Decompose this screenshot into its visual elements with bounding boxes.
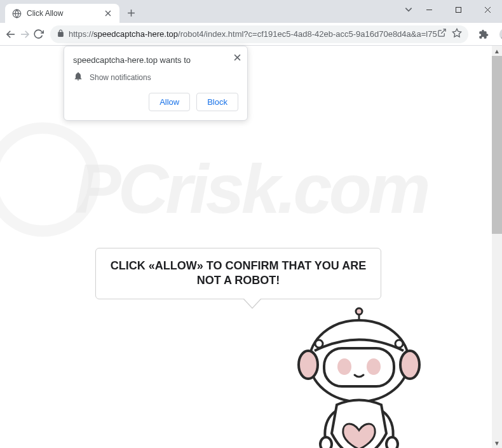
bookmark-star-icon[interactable] bbox=[452, 28, 462, 41]
share-icon[interactable] bbox=[437, 28, 447, 41]
window-controls bbox=[414, 0, 502, 19]
back-button[interactable] bbox=[5, 25, 17, 43]
svg-marker-13 bbox=[452, 29, 461, 37]
svg-line-12 bbox=[441, 29, 445, 33]
scroll-up-icon[interactable]: ▲ bbox=[492, 46, 502, 56]
forward-button[interactable] bbox=[19, 25, 31, 43]
scroll-down-icon[interactable]: ▼ bbox=[492, 438, 502, 448]
toolbar: https://speedcaptcha-here.top/robot4/ind… bbox=[0, 23, 502, 46]
svg-point-25 bbox=[395, 340, 403, 348]
svg-point-24 bbox=[315, 340, 323, 348]
url-path: /robot4/index.html?c=cf191ec5-4ad8-42eb-… bbox=[178, 29, 437, 39]
tab-close-icon[interactable] bbox=[103, 8, 113, 18]
svg-point-20 bbox=[356, 308, 362, 315]
close-window-button[interactable] bbox=[473, 0, 502, 19]
browser-tab[interactable]: Click Allow bbox=[5, 4, 119, 23]
extensions-icon[interactable] bbox=[475, 25, 492, 43]
notification-permission-dialog: speedcaptcha-here.top wants to Show noti… bbox=[64, 46, 248, 121]
bell-icon bbox=[73, 71, 83, 84]
svg-point-28 bbox=[367, 358, 381, 375]
dialog-title: speedcaptcha-here.top wants to bbox=[73, 55, 238, 65]
url-scheme: https:// bbox=[69, 29, 93, 39]
allow-button[interactable]: Allow bbox=[149, 93, 190, 111]
lock-icon bbox=[57, 29, 65, 40]
minimize-button[interactable] bbox=[414, 0, 444, 19]
reload-button[interactable] bbox=[33, 25, 44, 43]
svg-point-29 bbox=[320, 437, 332, 448]
robot-illustration bbox=[286, 306, 432, 448]
scroll-thumb[interactable] bbox=[492, 56, 502, 234]
svg-point-23 bbox=[400, 351, 419, 379]
scrollbar[interactable]: ▲ ▼ bbox=[492, 46, 502, 448]
tab-search-icon[interactable] bbox=[404, 5, 413, 17]
block-button[interactable]: Block bbox=[196, 93, 238, 111]
speech-text: CLICK «ALLOW» TO CONFIRM THAT YOU ARE NO… bbox=[106, 259, 370, 288]
address-bar[interactable]: https://speedcaptcha-here.top/robot4/ind… bbox=[50, 25, 468, 43]
url-domain: speedcaptcha-here.top bbox=[93, 29, 178, 39]
speech-bubble: CLICK «ALLOW» TO CONFIRM THAT YOU ARE NO… bbox=[95, 248, 381, 299]
dialog-request-text: Show notifications bbox=[90, 73, 151, 82]
titlebar: Click Allow bbox=[0, 0, 502, 23]
svg-rect-7 bbox=[456, 7, 461, 12]
new-tab-button[interactable] bbox=[122, 4, 140, 22]
globe-icon bbox=[11, 8, 22, 18]
url-text: https://speedcaptcha-here.top/robot4/ind… bbox=[69, 29, 437, 39]
maximize-button[interactable] bbox=[444, 0, 473, 19]
profile-icon[interactable] bbox=[496, 25, 502, 43]
svg-rect-26 bbox=[324, 348, 394, 386]
svg-point-27 bbox=[337, 358, 351, 375]
dialog-close-icon[interactable] bbox=[234, 53, 241, 63]
tab-title: Click Allow bbox=[27, 9, 103, 18]
svg-point-22 bbox=[299, 351, 318, 379]
svg-point-30 bbox=[386, 437, 398, 448]
